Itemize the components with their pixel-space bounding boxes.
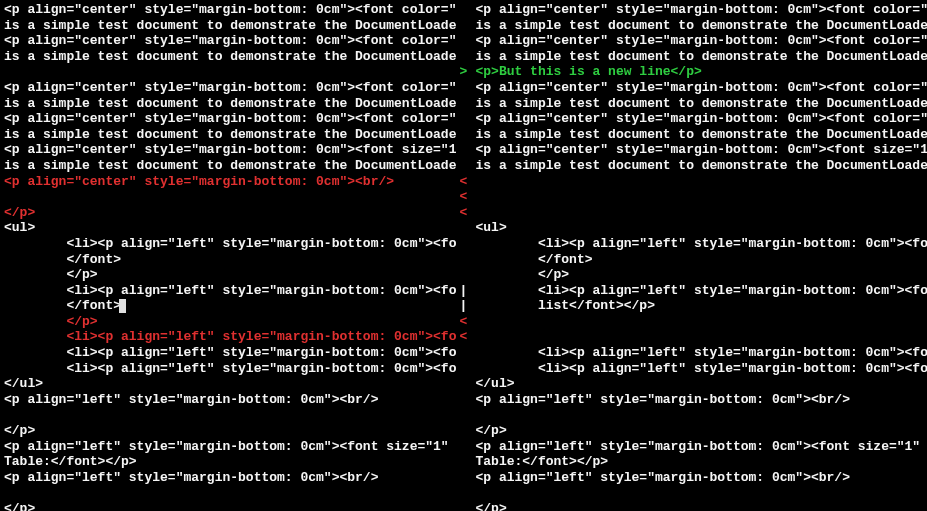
left-line[interactable]: <p align="left" style="margin-bottom: 0c…: [4, 392, 456, 408]
gutter-marker: [456, 111, 472, 127]
left-line[interactable]: is a simple test document to demonstrate…: [4, 96, 456, 112]
gutter-marker: [456, 252, 472, 268]
right-line[interactable]: <p align="left" style="margin-bottom: 0c…: [476, 470, 928, 486]
right-line[interactable]: [476, 189, 928, 205]
right-line[interactable]: is a simple test document to demonstrate…: [476, 18, 928, 34]
right-line[interactable]: is a simple test document to demonstrate…: [476, 49, 928, 65]
left-line[interactable]: <p align="center" style="margin-bottom: …: [4, 142, 456, 158]
left-line[interactable]: <p align="left" style="margin-bottom: 0c…: [4, 439, 456, 455]
right-line[interactable]: </p>: [476, 423, 928, 439]
gutter-marker: >: [456, 64, 472, 80]
right-line[interactable]: is a simple test document to demonstrate…: [476, 96, 928, 112]
gutter-marker: [456, 392, 472, 408]
left-line[interactable]: </font>: [4, 298, 456, 314]
right-line[interactable]: </p>: [476, 501, 928, 511]
right-line[interactable]: </p>: [476, 267, 928, 283]
gutter-marker: [456, 361, 472, 377]
left-line[interactable]: </p>: [4, 314, 456, 330]
gutter-marker: [456, 501, 472, 511]
right-line[interactable]: is a simple test document to demonstrate…: [476, 158, 928, 174]
gutter-marker: [456, 80, 472, 96]
gutter-marker: [456, 18, 472, 34]
right-line[interactable]: <li><p align="left" style="margin-bottom…: [476, 345, 928, 361]
left-line[interactable]: </p>: [4, 423, 456, 439]
gutter-marker: [456, 439, 472, 455]
left-line[interactable]: [4, 407, 456, 423]
left-line[interactable]: <li><p align="left" style="margin-bottom…: [4, 329, 456, 345]
diff-gutter: > <<< ||<<: [456, 0, 472, 511]
gutter-marker: [456, 454, 472, 470]
gutter-marker: <: [456, 329, 472, 345]
left-line[interactable]: <li><p align="left" style="margin-bottom…: [4, 236, 456, 252]
gutter-marker: [456, 345, 472, 361]
gutter-marker: [456, 376, 472, 392]
right-line[interactable]: <li><p align="left" style="margin-bottom…: [476, 236, 928, 252]
right-line[interactable]: [476, 407, 928, 423]
right-line[interactable]: <p align="center" style="margin-bottom: …: [476, 80, 928, 96]
right-line[interactable]: <p align="center" style="margin-bottom: …: [476, 111, 928, 127]
left-line[interactable]: <p align="center" style="margin-bottom: …: [4, 80, 456, 96]
right-line[interactable]: <p align="center" style="margin-bottom: …: [476, 33, 928, 49]
gutter-marker: [456, 2, 472, 18]
right-line[interactable]: <p align="left" style="margin-bottom: 0c…: [476, 392, 928, 408]
gutter-marker: <: [456, 189, 472, 205]
left-line[interactable]: <ul>: [4, 220, 456, 236]
right-line[interactable]: </ul>: [476, 376, 928, 392]
left-line[interactable]: </p>: [4, 205, 456, 221]
gutter-marker: [456, 49, 472, 65]
right-line[interactable]: <p align="left" style="margin-bottom: 0c…: [476, 439, 928, 455]
left-line[interactable]: <p align="center" style="margin-bottom: …: [4, 33, 456, 49]
gutter-marker: <: [456, 174, 472, 190]
right-line[interactable]: list</font></p>: [476, 298, 928, 314]
left-line[interactable]: <li><p align="left" style="margin-bottom…: [4, 361, 456, 377]
left-line[interactable]: <p align="center" style="margin-bottom: …: [4, 111, 456, 127]
gutter-marker: [456, 220, 472, 236]
gutter-marker: [456, 33, 472, 49]
right-line[interactable]: </font>: [476, 252, 928, 268]
right-line[interactable]: Table:</font></p>: [476, 454, 928, 470]
left-line[interactable]: [4, 64, 456, 80]
gutter-marker: [456, 127, 472, 143]
left-line[interactable]: </font>: [4, 252, 456, 268]
right-line[interactable]: <p align="center" style="margin-bottom: …: [476, 142, 928, 158]
left-pane[interactable]: <p align="center" style="margin-bottom: …: [0, 0, 456, 511]
gutter-marker: [456, 423, 472, 439]
left-line[interactable]: <p align="left" style="margin-bottom: 0c…: [4, 470, 456, 486]
right-line[interactable]: <p align="center" style="margin-bottom: …: [476, 2, 928, 18]
gutter-marker: [456, 470, 472, 486]
left-line[interactable]: Table:</font></p>: [4, 454, 456, 470]
right-line[interactable]: <ul>: [476, 220, 928, 236]
left-line[interactable]: </ul>: [4, 376, 456, 392]
gutter-marker: |: [456, 298, 472, 314]
right-line[interactable]: [476, 174, 928, 190]
gutter-marker: [456, 267, 472, 283]
right-pane[interactable]: <p align="center" style="margin-bottom: …: [472, 0, 928, 511]
left-line[interactable]: is a simple test document to demonstrate…: [4, 127, 456, 143]
gutter-marker: [456, 142, 472, 158]
left-line[interactable]: is a simple test document to demonstrate…: [4, 18, 456, 34]
left-line[interactable]: is a simple test document to demonstrate…: [4, 49, 456, 65]
gutter-marker: [456, 407, 472, 423]
right-line[interactable]: [476, 314, 928, 330]
left-line[interactable]: is a simple test document to demonstrate…: [4, 158, 456, 174]
left-line[interactable]: <p align="center" style="margin-bottom: …: [4, 2, 456, 18]
gutter-marker: |: [456, 283, 472, 299]
right-line[interactable]: <li><p align="left" style="margin-bottom…: [476, 361, 928, 377]
left-line[interactable]: </p>: [4, 267, 456, 283]
gutter-marker: [456, 236, 472, 252]
right-line[interactable]: [476, 485, 928, 501]
left-line[interactable]: [4, 189, 456, 205]
right-line[interactable]: is a simple test document to demonstrate…: [476, 127, 928, 143]
left-line[interactable]: [4, 485, 456, 501]
left-line[interactable]: <li><p align="left" style="margin-bottom…: [4, 283, 456, 299]
diff-view[interactable]: <p align="center" style="margin-bottom: …: [0, 0, 927, 511]
left-line[interactable]: <p align="center" style="margin-bottom: …: [4, 174, 456, 190]
right-line[interactable]: <li><p align="left" style="margin-bottom…: [476, 283, 928, 299]
right-line[interactable]: [476, 329, 928, 345]
left-line[interactable]: <li><p align="left" style="margin-bottom…: [4, 345, 456, 361]
left-line[interactable]: </p>: [4, 501, 456, 511]
right-line[interactable]: [476, 205, 928, 221]
gutter-marker: [456, 96, 472, 112]
gutter-marker: [456, 485, 472, 501]
right-line[interactable]: <p>But this is a new line</p>: [476, 64, 928, 80]
